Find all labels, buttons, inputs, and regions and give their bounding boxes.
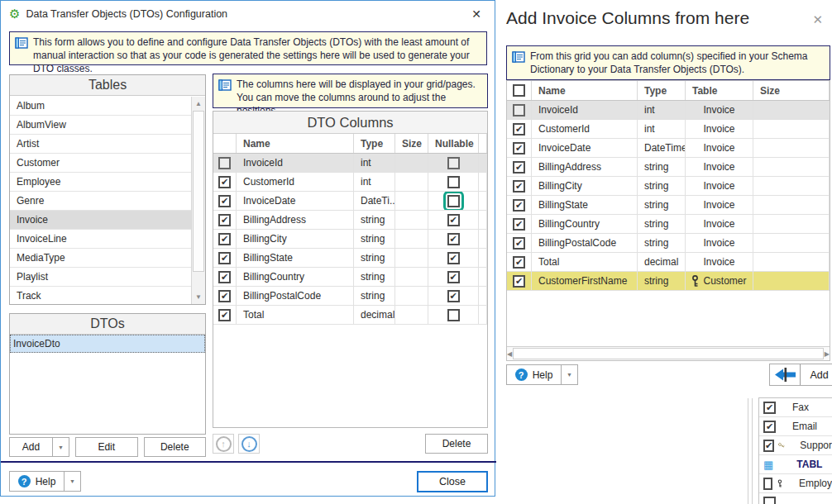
table-list-item[interactable]: Artist bbox=[10, 135, 191, 154]
close-button[interactable]: Close bbox=[417, 471, 488, 492]
background-divider bbox=[752, 398, 753, 504]
include-cell: ✔ bbox=[507, 120, 532, 138]
checkbox[interactable]: ✔ bbox=[218, 233, 231, 245]
scroll-left-icon[interactable]: ◀ bbox=[507, 347, 512, 361]
table-list-item[interactable]: MediaType bbox=[10, 249, 191, 268]
checkbox[interactable]: ✔ bbox=[513, 180, 525, 193]
dto-column-row: ✔BillingAddressstring✔ bbox=[213, 211, 487, 230]
tables-scrollbar[interactable]: ▲ ▼ bbox=[191, 97, 205, 304]
checkbox[interactable] bbox=[763, 497, 776, 504]
column-name-cell: InvoiceId bbox=[532, 101, 638, 119]
checkbox[interactable]: ✔ bbox=[218, 176, 231, 188]
checkbox[interactable]: ✔ bbox=[447, 290, 460, 302]
checkbox[interactable] bbox=[447, 157, 460, 169]
checkbox[interactable]: ✔ bbox=[447, 214, 460, 226]
title-bar: ⚙ Data Transfer Objects (DTOs) Configura… bbox=[1, 1, 495, 26]
add-button[interactable]: Add bbox=[9, 437, 52, 457]
checkbox[interactable]: ✔ bbox=[763, 440, 774, 452]
name-column-header[interactable]: Name bbox=[237, 134, 354, 153]
table-list-item[interactable]: Playlist bbox=[10, 268, 191, 287]
help-split-button[interactable]: ? Help ▼ bbox=[9, 471, 81, 492]
checkbox[interactable] bbox=[447, 176, 460, 188]
checkbox[interactable]: ✔ bbox=[513, 275, 525, 288]
table-list-item[interactable]: Track bbox=[10, 287, 191, 304]
help-button[interactable]: ? Help bbox=[506, 364, 561, 385]
nullable-column-header[interactable]: Nullable bbox=[428, 134, 479, 153]
table-name-label: Invoice bbox=[703, 237, 734, 249]
scrollbar-thumb[interactable] bbox=[193, 111, 204, 272]
add-split-button[interactable]: Add ▼ bbox=[9, 437, 69, 457]
column-size-cell bbox=[753, 272, 830, 290]
table-list-item[interactable]: Invoice bbox=[10, 211, 191, 230]
checkbox[interactable]: ✔ bbox=[218, 252, 231, 264]
type-column-header[interactable]: Type bbox=[638, 81, 686, 100]
checkbox[interactable]: ✔ bbox=[763, 421, 776, 433]
table-list-item[interactable]: InvoiceLine bbox=[10, 230, 191, 249]
background-divider bbox=[748, 398, 748, 504]
table-list-item[interactable]: AlbumView bbox=[10, 116, 191, 135]
checkbox[interactable] bbox=[513, 104, 525, 116]
checkbox[interactable]: ✔ bbox=[513, 123, 525, 136]
move-up-button[interactable]: ↑ bbox=[213, 434, 234, 454]
add-label: Add bbox=[801, 369, 832, 381]
scroll-right-icon[interactable]: ▶ bbox=[825, 347, 830, 361]
invoice-column-row: ✔BillingCountrystringInvoice bbox=[507, 215, 830, 234]
column-name-cell: Total bbox=[237, 306, 354, 324]
table-list-item[interactable]: Customer bbox=[10, 154, 191, 173]
checkbox[interactable]: ✔ bbox=[763, 402, 776, 414]
horizontal-scrollbar[interactable]: ◀ ▶ bbox=[507, 346, 830, 360]
table-list-item[interactable]: Employee bbox=[10, 173, 191, 192]
name-column-header[interactable]: Name bbox=[532, 81, 638, 100]
spacer-cell bbox=[479, 230, 487, 248]
checkbox[interactable]: ✔ bbox=[513, 237, 525, 250]
checkbox[interactable] bbox=[218, 157, 231, 169]
scroll-up-icon[interactable]: ▲ bbox=[192, 97, 205, 111]
close-icon[interactable]: ✕ bbox=[808, 11, 827, 29]
checkbox[interactable] bbox=[447, 195, 460, 207]
nullable-cell bbox=[428, 192, 479, 210]
checkbox[interactable]: ✔ bbox=[218, 309, 231, 321]
nullable-cell: ✔ bbox=[428, 268, 479, 286]
type-column-header[interactable]: Type bbox=[354, 134, 395, 153]
delete-column-button[interactable]: Delete bbox=[425, 434, 488, 454]
checkbox[interactable] bbox=[763, 478, 772, 490]
include-cell bbox=[507, 101, 532, 119]
close-icon[interactable]: ✕ bbox=[466, 6, 486, 22]
column-name-cell: BillingCountry bbox=[532, 215, 638, 233]
delete-dto-button[interactable]: Delete bbox=[144, 437, 207, 457]
checkbox[interactable]: ✔ bbox=[513, 256, 525, 269]
help-button[interactable]: ? Help bbox=[9, 471, 64, 492]
help-split-button[interactable]: ? Help ▼ bbox=[506, 364, 578, 385]
move-down-button[interactable]: ↓ bbox=[238, 434, 260, 454]
select-all-checkbox[interactable] bbox=[513, 84, 525, 97]
invoice-column-row: ✔InvoiceDateDateTimeInvoice bbox=[507, 139, 830, 158]
intro-note-text: This form allows you to define and confi… bbox=[33, 36, 481, 61]
edit-button[interactable]: Edit bbox=[75, 437, 138, 457]
checkbox[interactable] bbox=[447, 309, 460, 321]
checkbox[interactable]: ✔ bbox=[513, 142, 525, 155]
checkbox[interactable]: ✔ bbox=[513, 218, 525, 231]
checkbox[interactable]: ✔ bbox=[513, 161, 525, 174]
checkbox[interactable]: ✔ bbox=[447, 252, 460, 264]
checkbox[interactable]: ✔ bbox=[447, 271, 460, 283]
help-dropdown-icon[interactable]: ▼ bbox=[561, 364, 578, 385]
checkbox[interactable]: ✔ bbox=[218, 214, 231, 226]
scrollbar-thumb[interactable] bbox=[513, 348, 824, 359]
checkbox[interactable]: ✔ bbox=[218, 195, 231, 207]
table-column-header[interactable]: Table bbox=[686, 81, 753, 100]
table-name-label: Invoice bbox=[703, 104, 734, 116]
dto-list-item[interactable]: InvoiceDto bbox=[10, 335, 205, 353]
column-type-cell: DateTime bbox=[638, 139, 686, 157]
size-column-header[interactable]: Size bbox=[753, 81, 830, 100]
help-dropdown-icon[interactable]: ▼ bbox=[64, 471, 81, 492]
size-column-header[interactable]: Size bbox=[395, 134, 428, 153]
checkbox[interactable]: ✔ bbox=[513, 199, 525, 212]
checkbox[interactable]: ✔ bbox=[218, 271, 231, 283]
table-list-item[interactable]: Genre bbox=[10, 192, 191, 211]
checkbox[interactable]: ✔ bbox=[218, 290, 231, 302]
checkbox[interactable]: ✔ bbox=[447, 233, 460, 245]
scroll-down-icon[interactable]: ▼ bbox=[192, 290, 205, 304]
add-columns-button[interactable]: Add bbox=[769, 364, 832, 386]
table-list-item[interactable]: Album bbox=[10, 97, 191, 116]
add-dropdown-icon[interactable]: ▼ bbox=[52, 437, 69, 457]
